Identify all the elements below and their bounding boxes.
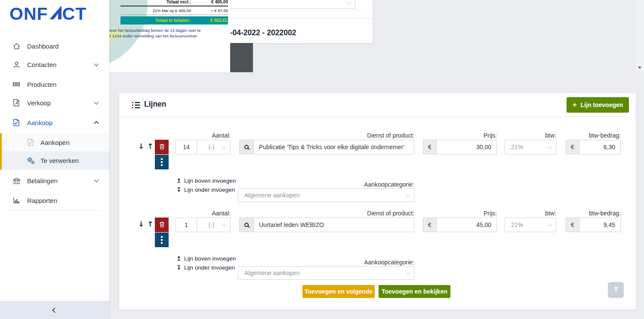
aantal-input[interactable] bbox=[176, 140, 197, 154]
sidebar-item-label: Te verwerken bbox=[40, 157, 79, 164]
chevron-down-icon bbox=[547, 222, 552, 227]
btw-select-value: 21% bbox=[511, 144, 523, 150]
btw-bedrag-input[interactable] bbox=[579, 218, 621, 232]
sidebar-item-contacten[interactable]: Contacten bbox=[0, 56, 109, 73]
product-input[interactable] bbox=[253, 140, 414, 154]
insert-line-below-link[interactable]: ↧ Lijn onder invoegen bbox=[176, 264, 235, 271]
person-icon bbox=[12, 61, 21, 68]
sidebar-item-aankopen[interactable]: Aankopen bbox=[0, 133, 109, 151]
btw-bedrag-label: btw-bedrag: bbox=[566, 132, 621, 139]
euro-prefix: € bbox=[423, 218, 437, 232]
vat-value: + € 97,65 bbox=[191, 8, 228, 13]
prijs-input[interactable] bbox=[436, 218, 497, 232]
total-due-label: Totaal te betalen: bbox=[121, 18, 190, 23]
bank-icon bbox=[12, 177, 21, 184]
row-move-controls: ↓ ↑ bbox=[138, 220, 154, 228]
product-search-button[interactable] bbox=[239, 218, 254, 232]
chevron-down-icon bbox=[94, 178, 99, 182]
sidebar-item-producten[interactable]: Producten bbox=[0, 76, 109, 93]
sidebar-item-betalingen[interactable]: Betalingen bbox=[0, 172, 109, 189]
product-input[interactable] bbox=[253, 218, 414, 232]
sidebar-item-label: Contacten bbox=[27, 61, 56, 68]
home-icon bbox=[12, 43, 21, 50]
btw-bedrag-input[interactable] bbox=[579, 140, 621, 154]
unit-select-value: (-) bbox=[209, 144, 215, 150]
aankoopcategorie-select[interactable]: Algemene aankopen bbox=[238, 266, 414, 280]
delete-line-button[interactable] bbox=[155, 140, 169, 154]
submit-next-button[interactable]: Toevoegen en volgende bbox=[302, 285, 375, 298]
aankoopcategorie-value: Algemene aankopen bbox=[244, 192, 299, 199]
sidebar-item-label: Verkoop bbox=[27, 99, 51, 107]
sidebar-item-aankoop[interactable]: Aankoop bbox=[0, 114, 109, 131]
line-menu-button[interactable] bbox=[155, 155, 169, 169]
sidebar-item-label: Dashboard bbox=[27, 43, 59, 50]
aankoopcategorie-value: Algemene aankopen bbox=[244, 270, 299, 276]
product-search-button[interactable] bbox=[239, 140, 254, 154]
list-icon bbox=[132, 101, 140, 110]
chevron-down-icon bbox=[222, 144, 226, 149]
aankoopcategorie-label: Aankoopcategorie: bbox=[254, 259, 414, 266]
btw-select[interactable]: 21% bbox=[505, 218, 556, 232]
scroll-to-top-button[interactable] bbox=[608, 282, 624, 298]
kebab-icon bbox=[161, 158, 163, 160]
logo-text-post: CT bbox=[62, 5, 87, 23]
sidebar-collapse-button[interactable] bbox=[0, 301, 109, 319]
row-move-controls: ↓ ↑ bbox=[138, 142, 154, 150]
lines-title: Lijnen bbox=[144, 100, 166, 109]
aankoopcategorie-select[interactable]: Algemene aankopen bbox=[238, 188, 414, 202]
insert-above-label: Lijn boven invoegen bbox=[184, 178, 236, 184]
add-line-button[interactable]: + Lijn toevoegen bbox=[567, 97, 629, 113]
move-line-down-button[interactable]: ↓ bbox=[138, 220, 144, 228]
euro-prefix: € bbox=[423, 140, 437, 154]
aantal-input[interactable] bbox=[176, 218, 197, 232]
insert-above-icon: ↥ bbox=[176, 177, 181, 184]
lines-header-divider bbox=[119, 117, 636, 117]
insert-line-above-link[interactable]: ↥ Lijn boven invoegen bbox=[176, 177, 236, 184]
barcode-icon bbox=[12, 81, 21, 88]
lines-header: Lijnen + Lijn toevoegen bbox=[119, 93, 636, 117]
sidebar-item-label: Rapporten bbox=[27, 197, 57, 204]
scroll-down-arrow-icon bbox=[638, 67, 641, 69]
sidebar-item-rapporten[interactable]: Rapporten bbox=[0, 192, 109, 209]
logo-text-pre: ONF bbox=[9, 5, 48, 23]
chevron-down-icon bbox=[405, 192, 410, 197]
insert-below-label: Lijn onder invoegen bbox=[184, 187, 235, 193]
sidebar-item-dashboard[interactable]: Dashboard bbox=[0, 37, 109, 55]
bar-chart-icon bbox=[12, 197, 21, 204]
vat-row: 21% btw op € 465,00 + € 97,65 bbox=[120, 6, 228, 15]
trash-icon bbox=[159, 221, 165, 229]
move-line-down-button[interactable]: ↓ bbox=[138, 142, 144, 150]
insert-line-below-link[interactable]: ↧ Lijn onder invoegen bbox=[176, 186, 235, 193]
sidebar-item-label: Aankoop bbox=[27, 119, 52, 126]
chevron-down-icon bbox=[346, 0, 351, 5]
submit-view-button[interactable]: Toevoegen en bekijken bbox=[379, 285, 450, 298]
onfact-logo: ONFCT bbox=[9, 5, 86, 23]
total-excl-row: Totaal excl.: € 465,00 bbox=[120, 0, 228, 6]
prijs-input[interactable] bbox=[436, 140, 497, 154]
chevron-down-icon bbox=[222, 222, 226, 227]
move-line-up-button[interactable]: ↑ bbox=[147, 220, 153, 228]
insert-below-label: Lijn onder invoegen bbox=[184, 264, 235, 271]
line-menu-button[interactable] bbox=[155, 233, 169, 247]
btw-bedrag-label: btw-bedrag: bbox=[566, 210, 621, 217]
arrow-to-top-icon bbox=[613, 286, 619, 294]
unit-select-value: (-) bbox=[209, 221, 215, 228]
sidebar-item-te-verwerken[interactable]: Te verwerken bbox=[0, 151, 109, 170]
sidebar-item-verkoop[interactable]: Verkoop bbox=[0, 94, 109, 111]
total-excl-value: € 465,00 bbox=[191, 0, 228, 4]
chevron-down-icon bbox=[405, 270, 410, 275]
prijs-label: Prijs: bbox=[423, 132, 497, 139]
btw-select[interactable]: 21% bbox=[505, 140, 556, 154]
insert-line-above-link[interactable]: ↥ Lijn boven invoegen bbox=[176, 255, 236, 262]
move-line-up-button[interactable]: ↑ bbox=[147, 142, 153, 150]
btw-select-value: 21% bbox=[511, 221, 523, 228]
delete-line-button[interactable] bbox=[155, 218, 169, 232]
chevron-down-icon bbox=[547, 144, 552, 149]
gears-icon bbox=[26, 156, 35, 165]
total-due-banner: Totaal te betalen: € 562,65 bbox=[120, 16, 228, 25]
dienst-label: Dienst of product: bbox=[254, 210, 414, 217]
preview-scrollbar[interactable] bbox=[635, 0, 644, 72]
unit-select[interactable]: (-) bbox=[197, 140, 231, 154]
unit-select[interactable]: (-) bbox=[197, 218, 231, 232]
btw-label: btw: bbox=[505, 210, 556, 217]
